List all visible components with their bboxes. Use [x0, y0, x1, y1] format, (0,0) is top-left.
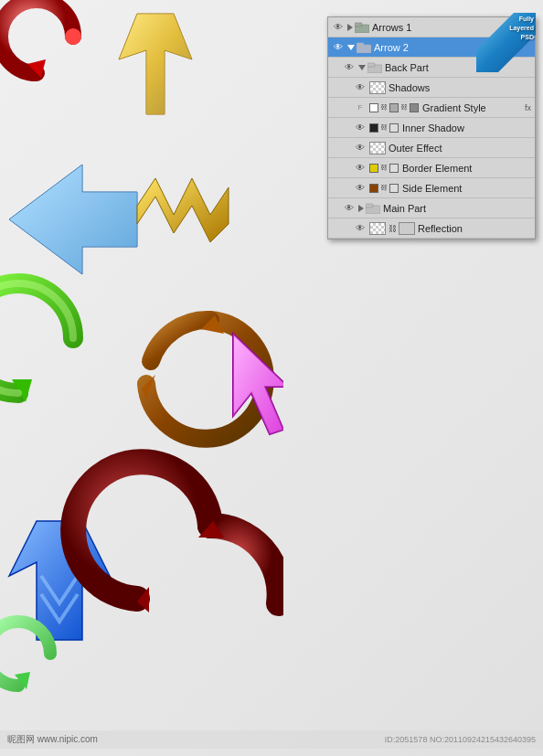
eye-icon-sideelement[interactable]: 👁: [354, 182, 367, 195]
svg-rect-21: [367, 63, 375, 67]
layer-shadows[interactable]: 👁 Shadows: [328, 78, 535, 98]
chain-icon-1: ⛓: [380, 103, 388, 112]
folder-icon-backpart: [367, 62, 382, 73]
svg-marker-5: [9, 165, 137, 274]
layer-name-sideelement: Side Element: [402, 183, 531, 194]
eye-icon-backpart[interactable]: 👁: [343, 61, 356, 74]
svg-point-1: [65, 28, 81, 45]
folder-icon-arrow2: [357, 42, 371, 53]
swatch-dark: [410, 103, 419, 112]
swatch-light3: [389, 184, 399, 193]
folder-icon-mainpart: [366, 203, 380, 214]
fx-indicator-gradstyle: fx: [525, 103, 531, 112]
svg-marker-3: [119, 14, 192, 114]
layer-extra-innershadow: ⛓: [369, 123, 399, 133]
canvas: 👁 Arrows 1 👁 Arrow 2 👁 Back: [0, 0, 543, 756]
eye-icon-outereffect[interactable]: 👁: [354, 142, 367, 154]
layer-name-outereffect: Outer Effect: [389, 143, 531, 154]
watermark-bar: 昵图网 www.nipic.com ID:2051578 NO:20110924…: [0, 730, 543, 749]
layer-name-gradstyle: Gradient Style: [422, 102, 525, 113]
chain-icon-3: ⛓: [380, 123, 388, 132]
chain-icon-4: ⛓: [380, 164, 388, 172]
arrows-canvas: [0, 0, 283, 750]
eye-icon-reflection[interactable]: 👁: [354, 222, 367, 235]
eye-icon-gradstyle[interactable]: F: [354, 101, 367, 114]
thumb-outereffect: [369, 142, 386, 154]
layer-name-borderelement: Border Element: [402, 163, 531, 174]
watermark-left: 昵图网 www.nipic.com: [7, 733, 98, 746]
badge-line2: Layered: [509, 25, 534, 31]
layer-innershadow[interactable]: 👁 ⛓ Inner Shadow: [328, 118, 535, 138]
layer-extra-borderelement: ⛓: [369, 164, 399, 173]
eye-icon-arrow2[interactable]: 👁: [332, 41, 345, 54]
swatch-yellow: [369, 164, 378, 173]
layer-outereffect[interactable]: 👁 Outer Effect: [328, 138, 535, 158]
eye-icon-borderelement[interactable]: 👁: [354, 162, 367, 175]
layer-name-reflection: Reflection: [418, 223, 531, 234]
svg-marker-6: [137, 178, 229, 242]
folder-icon-arrows1: [355, 22, 369, 33]
swatch-gray: [389, 103, 399, 112]
thumb-shadows: [369, 81, 386, 94]
svg-rect-23: [366, 204, 373, 208]
svg-rect-19: [357, 43, 364, 47]
chain-icon-2: ⛓: [400, 103, 408, 112]
layer-extra-gradstyle: ⛓ ⛓: [369, 103, 419, 112]
layer-extra-sideelement: ⛓: [369, 184, 399, 193]
layer-name-mainpart: Main Part: [383, 203, 531, 214]
thumb-reflection2: [399, 222, 415, 235]
fully-layered-badge: Fully Layered PSD: [476, 13, 536, 72]
badge-line1: Fully: [519, 16, 534, 22]
eye-icon-shadows[interactable]: 👁: [354, 81, 367, 94]
eye-icon-arrows1[interactable]: 👁: [332, 21, 345, 34]
chain-icon-refl: ⛓: [389, 224, 397, 233]
layer-reflection[interactable]: 👁 ⛓ Reflection: [328, 218, 535, 239]
swatch-light: [389, 123, 399, 133]
layer-name-innershadow: Inner Shadow: [402, 122, 531, 133]
badge-line3: PSD: [521, 34, 534, 40]
layer-gradstyle[interactable]: F ⛓ ⛓ Gradient Style fx: [328, 98, 535, 118]
swatch-brown: [369, 184, 378, 193]
eye-icon-innershadow[interactable]: 👁: [354, 122, 367, 134]
svg-rect-17: [355, 23, 362, 27]
swatch-black: [369, 123, 378, 133]
thumb-reflection: [369, 222, 386, 235]
eye-icon-mainpart[interactable]: 👁: [343, 202, 356, 215]
layer-borderelement[interactable]: 👁 ⛓ Border Element: [328, 158, 535, 178]
swatch-white: [369, 103, 378, 112]
swatch-light2: [389, 164, 399, 173]
chain-icon-5: ⛓: [380, 184, 388, 192]
layer-name-shadows: Shadows: [389, 82, 531, 93]
watermark-right: ID:2051578 NO:20110924215432640395: [385, 735, 536, 744]
layer-mainpart[interactable]: 👁 Main Part: [328, 198, 535, 218]
layer-sideelement[interactable]: 👁 ⛓ Side Element: [328, 178, 535, 198]
